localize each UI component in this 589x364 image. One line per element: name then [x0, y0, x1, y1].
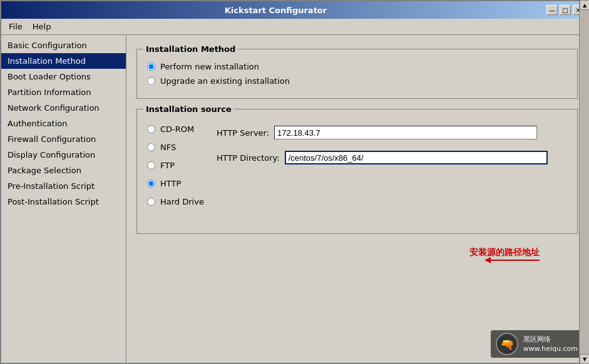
scroll-track[interactable] [580, 35, 588, 354]
installation-method-section: Installation Method Perform new installa… [136, 49, 578, 99]
installation-source-title: Installation source [143, 104, 234, 114]
minimize-button[interactable]: — [546, 5, 558, 15]
cdrom-row: CD-ROM [147, 124, 204, 134]
ftp-radio[interactable] [147, 161, 155, 169]
nfs-row: NFS [147, 143, 204, 152]
installation-source-body: 安装源的路径地址 CD-ROM [137, 112, 577, 219]
annotation-text: 安装源的路径地址 [469, 247, 540, 258]
window-title: Kickstart Configurator [5, 6, 546, 15]
upgrade-existing-label: Upgrade an existing installation [160, 76, 290, 86]
ftp-row: FTP [147, 161, 204, 170]
sidebar-item-basic-configuration[interactable]: Basic Configuration [1, 38, 126, 53]
upgrade-existing-row: Upgrade an existing installation [147, 76, 567, 86]
http-radio[interactable] [147, 179, 155, 188]
installation-source-section: Installation source 安装源的路径地址 [136, 109, 578, 234]
http-row: HTTP [147, 179, 204, 188]
http-server-input[interactable] [274, 126, 537, 139]
right-scrollbar[interactable]: ▲ ▼ [579, 35, 588, 363]
title-bar: Kickstart Configurator — □ ✕ [1, 1, 588, 19]
hard-drive-radio[interactable] [147, 198, 155, 206]
watermark-line1: 黑区网络 [523, 335, 578, 344]
watermark: 🔫 黑区网络 www.heiqu.com [491, 330, 583, 358]
sidebar-item-authentication[interactable]: Authentication [1, 116, 126, 131]
installation-method-title: Installation Method [143, 44, 238, 54]
menu-file[interactable]: File [4, 20, 28, 33]
installation-method-body: Perform new installation Upgrade an exis… [137, 52, 577, 98]
http-server-field-row: HTTP Server: [217, 126, 567, 139]
perform-new-installation-radio[interactable] [147, 63, 155, 71]
sidebar-item-package-selection[interactable]: Package Selection [1, 163, 126, 178]
upgrade-existing-radio[interactable] [147, 77, 155, 85]
install-source-layout: CD-ROM NFS FTP [147, 124, 567, 211]
nfs-label: NFS [160, 143, 176, 152]
http-label: HTTP [160, 179, 181, 188]
sidebar-item-pre-installation-script[interactable]: Pre-Installation Script [1, 178, 126, 194]
watermark-text: 黑区网络 www.heiqu.com [523, 335, 578, 354]
annotation-arrow [489, 260, 540, 261]
sidebar-item-display-configuration[interactable]: Display Configuration [1, 147, 126, 163]
annotation-container: 安装源的路径地址 [469, 247, 540, 261]
window-controls: — □ ✕ [546, 5, 584, 15]
sidebar-item-boot-loader-options[interactable]: Boot Loader Options [1, 69, 126, 84]
maximize-button[interactable]: □ [560, 5, 571, 15]
sidebar-item-installation-method[interactable]: Installation Method [1, 53, 126, 69]
main-window: Kickstart Configurator — □ ✕ File Help B… [0, 0, 589, 364]
menu-bar: File Help [1, 19, 588, 35]
scroll-down-button[interactable]: ▼ [580, 354, 588, 363]
cdrom-label: CD-ROM [160, 124, 194, 134]
sidebar-item-post-installation-script[interactable]: Post-Installation Script [1, 194, 126, 210]
sidebar-item-partition-information[interactable]: Partition Information [1, 84, 126, 100]
sidebar-item-firewall-configuration[interactable]: Firewall Configuration [1, 131, 126, 147]
content-area: Basic Configuration Installation Method … [1, 35, 588, 363]
sidebar-item-network-configuration[interactable]: Network Configuration [1, 100, 126, 116]
ftp-label: FTP [160, 161, 175, 170]
source-options: CD-ROM NFS FTP [147, 124, 204, 211]
menu-help[interactable]: Help [28, 20, 56, 33]
nfs-radio[interactable] [147, 143, 155, 151]
http-directory-input[interactable] [285, 151, 548, 164]
perform-new-installation-label: Perform new installation [160, 62, 259, 71]
sidebar: Basic Configuration Installation Method … [1, 35, 126, 363]
http-directory-field-row: HTTP Directory: [217, 151, 567, 164]
hard-drive-row: Hard Drive [147, 197, 204, 206]
watermark-line2: www.heiqu.com [523, 344, 578, 353]
http-directory-label: HTTP Directory: [217, 153, 280, 163]
watermark-icon: 🔫 [496, 333, 518, 355]
main-content-area: Installation Method Perform new installa… [126, 35, 588, 363]
source-fields: HTTP Server: HTTP Directory: [217, 124, 567, 211]
http-server-label: HTTP Server: [217, 128, 269, 138]
hard-drive-label: Hard Drive [160, 197, 204, 206]
cdrom-radio[interactable] [147, 125, 155, 133]
perform-new-installation-row: Perform new installation [147, 62, 567, 71]
